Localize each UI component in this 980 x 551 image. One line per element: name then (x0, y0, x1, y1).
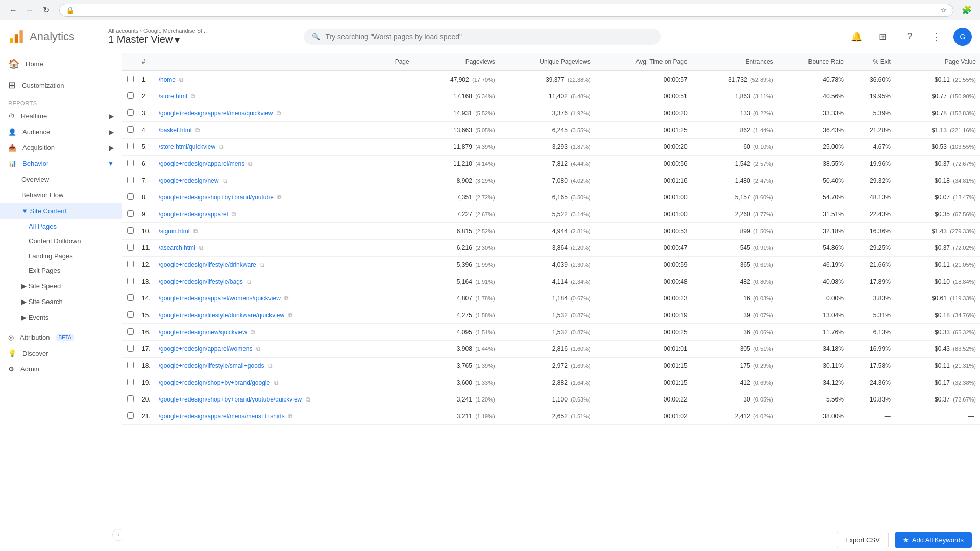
row-checkbox[interactable] (122, 374, 138, 391)
sidebar-item-overview[interactable]: Overview (0, 171, 122, 187)
copy-icon[interactable]: ⧉ (193, 228, 198, 235)
search-bar[interactable]: 🔍 (304, 29, 661, 45)
page-link[interactable]: /google+redesign/apparel/womens (159, 345, 253, 353)
page-link[interactable]: /asearch.html (159, 244, 195, 252)
sidebar-item-audience[interactable]: 👤 Audience ▶ (0, 124, 122, 140)
copy-icon[interactable]: ⧉ (199, 244, 204, 252)
page-link[interactable]: /google+redesign/lifestyle/small+goods (159, 362, 264, 369)
copy-icon[interactable]: ⧉ (268, 362, 273, 369)
copy-icon[interactable]: ⧉ (256, 345, 261, 353)
row-checkbox[interactable] (122, 223, 138, 240)
row-checkbox[interactable] (122, 257, 138, 273)
header-unique-pageviews-col[interactable]: Unique Pageviews (499, 53, 595, 71)
page-link[interactable]: /google+redesign/shop+by+brand/youtube (159, 194, 274, 201)
sidebar-item-admin[interactable]: ⚙ Admin (0, 361, 122, 377)
page-link[interactable]: /google+redesign/new/quickview (159, 329, 247, 336)
page-link[interactable]: /google+redesign/apparel/mens/mens+t+shi… (159, 413, 285, 420)
row-checkbox[interactable] (122, 358, 138, 374)
copy-icon[interactable]: ⧉ (288, 413, 293, 420)
header-bounce-rate-col[interactable]: Bounce Rate (777, 53, 848, 71)
row-checkbox[interactable] (122, 273, 138, 290)
sidebar-item-content-drilldown[interactable]: Content Drilldown (0, 234, 122, 248)
page-link[interactable]: /basket.html (159, 127, 192, 134)
copy-icon[interactable]: ⧉ (223, 177, 227, 184)
export-csv-button[interactable]: Export CSV (837, 532, 889, 548)
row-checkbox[interactable] (122, 122, 138, 139)
copy-icon[interactable]: ⧉ (219, 143, 224, 151)
add-all-keywords-button[interactable]: ★ Add All Keywords (895, 532, 972, 548)
row-checkbox[interactable] (122, 139, 138, 156)
page-link[interactable]: /google+redesign/apparel/womens/quickvie… (159, 295, 281, 302)
bookmark-icon[interactable]: ☆ (941, 6, 947, 14)
row-checkbox[interactable] (122, 307, 138, 324)
url-input-area[interactable]: 🔒 analytics.google.com/analytics/web/#re… (59, 4, 953, 17)
view-selector[interactable]: 1 Master View ▾ (108, 34, 207, 46)
page-link[interactable]: /google+redesign/shop+by+brand/youtube/q… (159, 396, 302, 403)
reload-button[interactable]: ↻ (39, 3, 53, 17)
copy-icon[interactable]: ⧉ (284, 295, 289, 302)
help-button[interactable]: ? (900, 28, 919, 46)
sidebar-item-site-search[interactable]: ▶ Site Search (0, 294, 122, 310)
row-checkbox[interactable] (122, 240, 138, 257)
url-input[interactable]: analytics.google.com/analytics/web/#repo… (79, 6, 937, 14)
page-link[interactable]: /google+redesign/new (159, 177, 219, 184)
row-checkbox[interactable] (122, 172, 138, 189)
sidebar-item-site-content[interactable]: ▼ Site Content (0, 203, 122, 219)
sidebar-item-exit-pages[interactable]: Exit Pages (0, 263, 122, 278)
page-link[interactable]: /google+redesign/apparel/mens (159, 160, 244, 167)
header-page-col[interactable]: Page (155, 53, 413, 71)
sidebar-item-discover[interactable]: 💡 Discover (0, 345, 122, 361)
sidebar-item-landing-pages[interactable]: Landing Pages (0, 248, 122, 263)
sidebar-item-attribution[interactable]: ◎ Attribution BETA (0, 330, 122, 345)
search-input[interactable] (325, 33, 653, 41)
page-link[interactable]: /google+redesign/lifestyle/bags (159, 278, 243, 285)
row-checkbox[interactable] (122, 290, 138, 307)
sidebar-item-acquisition[interactable]: 📥 Acquisition ▶ (0, 140, 122, 156)
header-page-value-col[interactable]: Page Value (895, 53, 980, 71)
row-checkbox[interactable] (122, 391, 138, 408)
row-checkbox[interactable] (122, 408, 138, 425)
row-checkbox[interactable] (122, 105, 138, 122)
copy-icon[interactable]: ⧉ (277, 194, 282, 201)
row-checkbox[interactable] (122, 189, 138, 206)
page-link[interactable]: /google+redesign/apparel/mens/quickview (159, 110, 273, 117)
page-link[interactable]: /google+redesign/apparel (159, 211, 228, 218)
row-checkbox[interactable] (122, 88, 138, 105)
copy-icon[interactable]: ⧉ (288, 312, 293, 319)
sidebar-item-home[interactable]: 🏠 Home (0, 53, 122, 74)
copy-icon[interactable]: ⧉ (251, 329, 255, 336)
copy-icon[interactable]: ⧉ (247, 278, 251, 285)
sidebar-item-events[interactable]: ▶ Events (0, 310, 122, 325)
header-avg-time-col[interactable]: Avg. Time on Page (595, 53, 692, 71)
page-link[interactable]: /signin.html (159, 228, 190, 235)
row-checkbox[interactable] (122, 341, 138, 358)
page-link[interactable]: /google+redesign/lifestyle/drinkware/qui… (159, 312, 284, 319)
copy-icon[interactable]: ⧉ (179, 76, 184, 83)
sidebar-item-customization[interactable]: ⊞ Customization (0, 74, 122, 96)
copy-icon[interactable]: ⧉ (274, 379, 279, 386)
row-checkbox[interactable] (122, 206, 138, 223)
sidebar-item-behavior-flow[interactable]: Behavior Flow (0, 187, 122, 203)
copy-icon[interactable]: ⧉ (195, 127, 200, 134)
avatar[interactable]: G (953, 28, 972, 46)
page-link[interactable]: /store.html (159, 93, 187, 100)
sidebar-collapse-button[interactable]: ‹ (112, 529, 122, 541)
page-link[interactable]: /google+redesign/shop+by+brand/google (159, 379, 271, 386)
copy-icon[interactable]: ⧉ (191, 93, 195, 100)
sidebar-item-all-pages[interactable]: All Pages (0, 219, 122, 234)
header-pageviews-col[interactable]: Pageviews (413, 53, 499, 71)
copy-icon[interactable]: ⧉ (260, 261, 264, 268)
forward-button[interactable]: → (22, 3, 37, 17)
copy-icon[interactable]: ⧉ (277, 110, 281, 117)
sidebar-item-behavior[interactable]: 📊 Behavior ▼ (0, 156, 122, 171)
more-options-button[interactable]: ⋮ (927, 28, 945, 46)
page-link[interactable]: /google+redesign/lifestyle/drinkware (159, 261, 256, 268)
copy-icon[interactable]: ⧉ (248, 160, 253, 167)
row-checkbox[interactable] (122, 156, 138, 172)
apps-button[interactable]: ⊞ (874, 28, 892, 46)
sidebar-item-site-speed[interactable]: ▶ Site Speed (0, 278, 122, 294)
page-link[interactable]: /store.html/quickview (159, 143, 215, 151)
copy-icon[interactable]: ⧉ (232, 211, 236, 218)
sidebar-item-realtime[interactable]: ⏱ Realtime ▶ (0, 108, 122, 124)
page-link[interactable]: /home (159, 76, 176, 83)
